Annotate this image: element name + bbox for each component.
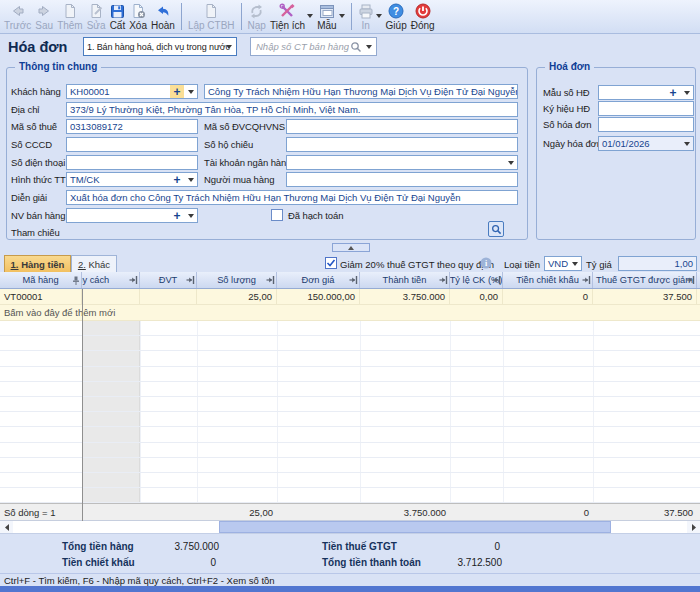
chevron-down-icon[interactable] (307, 14, 313, 18)
svg-text:?: ? (393, 6, 399, 17)
empty-row[interactable] (0, 382, 700, 397)
search-icon (350, 41, 362, 53)
vat-reduction-checkbox[interactable] (325, 257, 337, 269)
id-number-field[interactable] (66, 137, 198, 152)
tab-khac[interactable]: 2. Khác (71, 255, 117, 272)
invoice-template-combo[interactable]: + (598, 85, 694, 100)
invoice-series-field[interactable] (598, 101, 694, 116)
add-new-row[interactable]: Bấm vào đây để thêm mới (0, 305, 700, 321)
chevron-down-icon[interactable] (376, 14, 382, 18)
empty-row[interactable] (0, 488, 700, 503)
customer-code-combo[interactable]: KH00001+ (66, 84, 198, 99)
cell-ty_le_ck[interactable]: 0,00 (450, 289, 503, 304)
column-header-thanh_tien[interactable]: Thành tiền (360, 272, 450, 288)
tax-code-field[interactable]: 0313089172 (66, 119, 198, 134)
chevron-down-icon[interactable] (184, 209, 197, 222)
empty-row[interactable] (0, 473, 700, 488)
budget-code-field[interactable] (286, 119, 518, 134)
address-field[interactable]: 373/9 Lý Thường Kiệt, Phường Tân Hòa, TP… (66, 102, 518, 117)
vat-amount-value: 0 (400, 541, 500, 552)
column-header-don_gia[interactable]: Đơn giá (277, 272, 360, 288)
scrollbar-thumb[interactable] (219, 521, 611, 533)
add-new-row-hint[interactable]: Bấm vào đây để thêm mới (0, 305, 300, 320)
toolbar-button-label: In (361, 20, 369, 32)
cell-ma_hang[interactable]: VT00001 (0, 289, 82, 304)
passport-field[interactable] (286, 137, 518, 152)
empty-row[interactable] (0, 397, 700, 412)
column-header-ma_hang[interactable]: Mã hàng (0, 272, 82, 288)
passport-label: Số hộ chiếu (204, 137, 253, 152)
column-header-so_luong[interactable]: Số lượng (197, 272, 277, 288)
cell-don_gia[interactable]: 150.000,00 (277, 289, 360, 304)
doc-type-select[interactable]: 1. Bán hàng hoá, dịch vụ trong nước (83, 37, 237, 56)
payment-method-combo[interactable]: TM/CK+ (66, 172, 198, 187)
column-divider[interactable] (82, 289, 83, 521)
toolbar-button-giúp[interactable]: ?Giúp (384, 2, 409, 33)
add-icon[interactable]: + (170, 85, 184, 98)
customer-name-field[interactable]: Công Ty Trách Nhiệm Hữu Hạn Thương Mại D… (204, 84, 518, 99)
cell-tien_chiet_khau[interactable]: 0 (503, 289, 593, 304)
sales-person-combo[interactable]: + (66, 208, 198, 223)
toolbar-button-hoàn[interactable]: Hoàn (149, 2, 177, 33)
cell-thue_gtgt_giam[interactable]: 37.500 (593, 289, 697, 304)
toolbar-button-mẫu[interactable]: Mẫu (315, 2, 338, 33)
toolbar-button-tiện-ích[interactable]: Tiện ích (268, 2, 307, 33)
chevron-down-icon[interactable] (184, 173, 197, 186)
chevron-down-icon[interactable] (680, 86, 693, 99)
column-header-quy_cach[interactable]: Quy cách (82, 272, 140, 288)
reference-search-button[interactable] (488, 221, 504, 237)
toolbar-button-đóng[interactable]: Đóng (409, 2, 437, 33)
search-input[interactable]: Nhập số CT bán hàng (250, 37, 377, 56)
quy-cach-column-shade (83, 367, 140, 381)
customer-label: Khách hàng (11, 84, 61, 99)
cell-quy_cach[interactable] (82, 289, 140, 304)
arrow-left-icon (9, 3, 26, 19)
reference-label: Tham chiếu (11, 225, 60, 240)
grid-line (503, 412, 504, 426)
chevron-down-icon[interactable] (339, 14, 345, 18)
horizontal-scrollbar[interactable] (0, 521, 700, 534)
empty-row[interactable] (0, 412, 700, 427)
add-icon[interactable]: + (666, 86, 680, 99)
empty-row[interactable] (0, 336, 700, 351)
posted-checkbox[interactable] (271, 209, 283, 221)
pin-column-icon (129, 276, 138, 284)
grid-line (140, 382, 141, 396)
cell-dvt[interactable] (140, 289, 197, 304)
rate-field[interactable]: 1,00 (618, 256, 697, 271)
empty-row[interactable] (0, 458, 700, 473)
column-header-tien_chiet_khau[interactable]: Tiền chiết khấu (503, 272, 593, 288)
invoice-number-field[interactable] (598, 117, 694, 132)
info-icon[interactable]: i (480, 257, 492, 269)
column-header-ty_le_ck[interactable]: Tỷ lệ CK (%) (450, 272, 503, 288)
empty-row[interactable] (0, 321, 700, 336)
invoice-date-field[interactable]: 01/01/2026 (598, 136, 694, 151)
chevron-down-icon[interactable] (504, 156, 517, 169)
chevron-down-icon[interactable] (184, 85, 197, 98)
chevron-down-icon[interactable] (680, 137, 693, 150)
column-header-dvt[interactable]: ĐVT (140, 272, 197, 288)
scroll-left-arrow[interactable] (0, 521, 13, 533)
toolbar-button-cất[interactable]: Cất (108, 2, 128, 33)
currency-select[interactable]: VND (544, 256, 582, 271)
table-row[interactable]: VT0000125,00150.000,003.750.0000,00037.5… (0, 289, 700, 305)
phone-field[interactable] (66, 155, 198, 170)
empty-row[interactable] (0, 367, 700, 382)
tab-hang-tien[interactable]: 1. Hàng tiền (4, 255, 71, 272)
toolbar-separator (351, 3, 352, 30)
buyer-field[interactable] (286, 172, 518, 187)
add-icon[interactable]: + (170, 209, 184, 222)
cell-thanh_tien[interactable]: 3.750.000 (360, 289, 450, 304)
empty-row[interactable] (0, 427, 700, 442)
toolbar-button-xóa[interactable]: Xóa (127, 2, 149, 33)
collapse-button[interactable] (332, 243, 370, 252)
cell-so_luong[interactable]: 25,00 (197, 289, 277, 304)
bank-account-select[interactable] (286, 155, 518, 170)
add-icon[interactable]: + (170, 173, 184, 186)
empty-row[interactable] (0, 351, 700, 366)
empty-row[interactable] (0, 443, 700, 458)
description-field[interactable]: Xuất hóa đơn cho Công Ty Trách Nhiệm Hữu… (66, 190, 518, 205)
column-header-thue_gtgt_giam[interactable]: Thuế GTGT được giảm (593, 272, 697, 288)
chevron-down-icon[interactable] (568, 257, 581, 270)
scroll-right-arrow[interactable] (687, 521, 700, 533)
